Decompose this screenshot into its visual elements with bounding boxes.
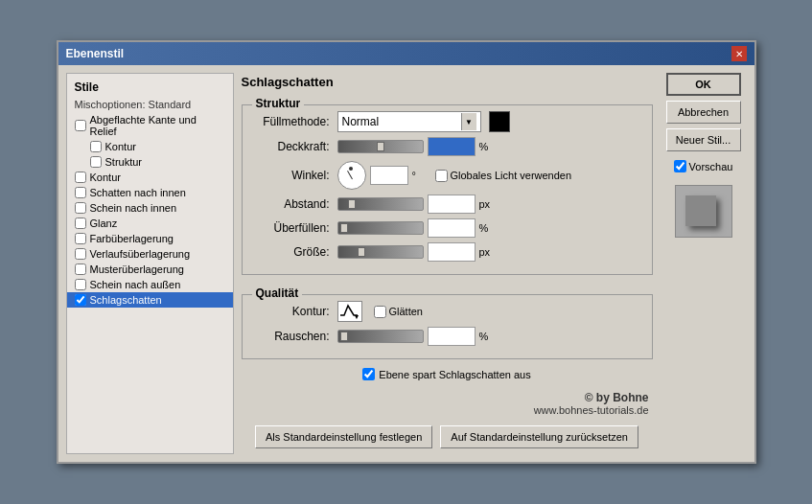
- abbrechen-button[interactable]: Abbrechen: [666, 101, 741, 124]
- color-swatch[interactable]: [489, 111, 510, 132]
- abstand-slider[interactable]: [337, 197, 424, 211]
- ok-button[interactable]: OK: [666, 73, 741, 96]
- auf-standard-button[interactable]: Auf Standardeinstellung zurücksetzen: [440, 425, 638, 448]
- fuellmethode-label: Füllmethode:: [252, 115, 334, 128]
- ebene-spart-checkbox[interactable]: [362, 368, 375, 380]
- sidebar-item-abgeflachte[interactable]: Abgeflachte Kante und Relief: [67, 112, 233, 139]
- sidebar-item-schein-aussen[interactable]: Schein nach außen: [67, 277, 233, 292]
- qualitaet-title: Qualität: [252, 286, 303, 300]
- fuellmethode-row: Füllmethode: Normal ▼: [252, 111, 642, 132]
- globales-licht-checkbox[interactable]: [435, 170, 448, 182]
- als-standard-button[interactable]: Als Standardeinstellung festlegen: [255, 425, 432, 448]
- rauschen-label: Rauschen:: [252, 330, 334, 343]
- angle-line: [347, 171, 353, 179]
- winkel-unit: °: [412, 170, 431, 181]
- angle-dot: [349, 167, 353, 171]
- kontur-label: Kontur:: [252, 305, 334, 318]
- sidebar-item-schatten-innen[interactable]: Schatten nach innen: [67, 185, 233, 200]
- kontur-row: Kontur: Glätten: [252, 301, 642, 322]
- deckkraft-unit: %: [479, 141, 499, 152]
- sidebar-item-schlagschatten[interactable]: Schlagschatten: [67, 292, 233, 308]
- schein-innen-checkbox[interactable]: [75, 202, 86, 214]
- deckkraft-input[interactable]: 70: [428, 137, 476, 156]
- rauschen-slider[interactable]: [337, 330, 424, 343]
- ueberfuellen-row: Überfüllen: 0 %: [252, 218, 642, 238]
- fuellmethode-dropdown[interactable]: Normal ▼: [337, 111, 481, 132]
- sidebar-item-kontur[interactable]: Kontur: [67, 170, 233, 185]
- abstand-label: Abstand:: [252, 197, 334, 211]
- sidebar-item-glanz[interactable]: Glanz: [67, 216, 233, 231]
- ueberfuellen-input[interactable]: 0: [428, 218, 476, 238]
- verlaufsueberl-checkbox[interactable]: [75, 248, 86, 260]
- mischoptionen-label: Mischoptionen: Standard: [67, 97, 233, 112]
- dialog-title: Ebenenstil: [66, 47, 125, 60]
- neuer-stil-button[interactable]: Neuer Stil...: [666, 128, 741, 151]
- ueberfuellen-slider[interactable]: [337, 221, 424, 235]
- struktur-group: Struktur Füllmethode: Normal ▼ Deckkraft…: [242, 104, 653, 275]
- main-panel: Schlagschatten Struktur Füllmethode: Nor…: [242, 73, 653, 454]
- abstand-unit: px: [479, 198, 499, 210]
- vorschau-checkbox[interactable]: [674, 160, 686, 172]
- ueberfuellen-unit: %: [479, 222, 499, 234]
- glaetten-row: Glätten: [374, 306, 423, 318]
- right-panel: OK Abbrechen Neuer Stil... Vorschau: [661, 73, 747, 454]
- sidebar-item-musterueberl[interactable]: Musterüberlagerung: [67, 262, 233, 277]
- sidebar-item-kontur-sub1[interactable]: Kontur: [67, 139, 233, 154]
- bottom-buttons: Als Standardeinstellung festlegen Auf St…: [242, 425, 653, 454]
- qualitaet-group: Qualität Kontur: Glätten: [242, 294, 653, 359]
- schlagschatten-title: Schlagschatten: [242, 73, 653, 91]
- farbueberl-checkbox[interactable]: [75, 233, 86, 244]
- sidebar-item-farbueberl[interactable]: Farbüberlagerung: [67, 231, 233, 246]
- preview-box: [675, 185, 732, 238]
- sidebar-item-verlaufsueberl[interactable]: Verlaufsüberlagerung: [67, 246, 233, 262]
- ebene-spart-row: Ebene spart Schlagschatten aus: [242, 368, 653, 380]
- fuellmethode-arrow: ▼: [461, 113, 476, 130]
- groesse-label: Größe:: [252, 245, 334, 259]
- glanz-checkbox[interactable]: [75, 218, 86, 229]
- winkel-input[interactable]: 146: [370, 166, 408, 185]
- watermark: © by Bohne www.bohnes-tutorials.de: [242, 391, 653, 416]
- kontur-checkbox[interactable]: [75, 172, 86, 183]
- title-bar: Ebenenstil ✕: [58, 42, 754, 65]
- kontur-preview[interactable]: [337, 301, 362, 322]
- schlagschatten-checkbox[interactable]: [75, 294, 86, 306]
- winkel-label: Winkel:: [252, 169, 334, 182]
- deckkraft-slider[interactable]: [337, 140, 424, 153]
- schatten-innen-checkbox[interactable]: [75, 187, 86, 198]
- ebenenstil-dialog: Ebenenstil ✕ Stile Mischoptionen: Standa…: [57, 40, 756, 464]
- winkel-row: Winkel: 146 ° Globales Licht verwenden: [252, 161, 642, 190]
- groesse-input[interactable]: 19: [428, 242, 476, 262]
- musterueberl-checkbox[interactable]: [75, 263, 86, 275]
- sidebar-item-schein-innen[interactable]: Schein nach innen: [67, 200, 233, 216]
- deckkraft-label: Deckkraft:: [252, 140, 334, 153]
- abstand-input[interactable]: 9: [428, 195, 476, 214]
- glaetten-checkbox[interactable]: [374, 306, 386, 318]
- vorschau-row: Vorschau: [674, 160, 733, 172]
- struktur-sub-checkbox[interactable]: [90, 156, 102, 168]
- angle-control[interactable]: [337, 161, 366, 190]
- kontur-curve-icon: [338, 302, 360, 319]
- globales-licht-row: Globales Licht verwenden: [435, 170, 572, 182]
- groesse-unit: px: [479, 246, 499, 258]
- preview-square: [685, 195, 716, 226]
- groesse-slider[interactable]: [337, 245, 424, 259]
- schein-aussen-checkbox[interactable]: [75, 279, 86, 290]
- left-panel: Stile Mischoptionen: Standard Abgeflacht…: [66, 73, 234, 454]
- rauschen-input[interactable]: 0: [428, 327, 476, 346]
- sidebar-item-struktur-sub[interactable]: Struktur: [67, 154, 233, 170]
- ueberfuellen-label: Überfüllen:: [252, 221, 334, 235]
- close-button[interactable]: ✕: [731, 46, 747, 61]
- abstand-row: Abstand: 9 px: [252, 195, 642, 214]
- rauschen-row: Rauschen: 0 %: [252, 327, 642, 346]
- deckkraft-row: Deckkraft: 70 %: [252, 137, 642, 156]
- dialog-body: Stile Mischoptionen: Standard Abgeflacht…: [58, 65, 754, 462]
- struktur-title: Struktur: [252, 97, 305, 110]
- rauschen-unit: %: [479, 331, 499, 342]
- kontur-sub1-checkbox[interactable]: [90, 141, 102, 152]
- groesse-row: Größe: 19 px: [252, 242, 642, 262]
- abgeflachte-checkbox[interactable]: [75, 120, 86, 131]
- stile-title: Stile: [67, 78, 233, 97]
